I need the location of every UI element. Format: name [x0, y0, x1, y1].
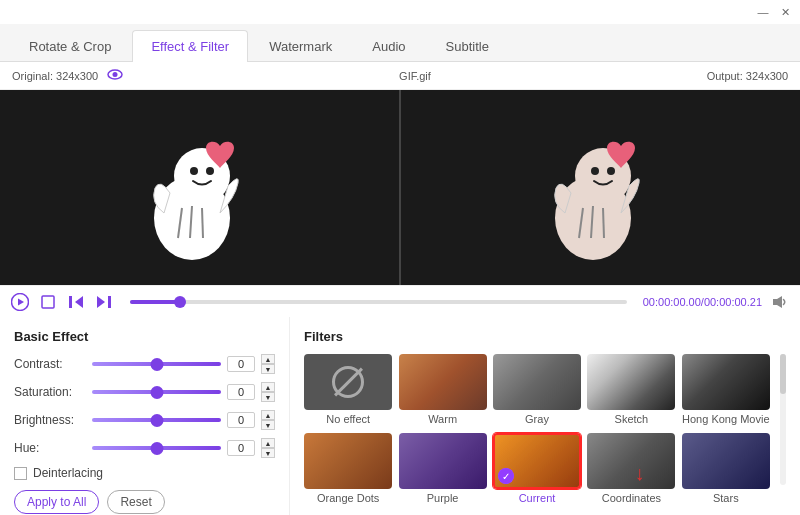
svg-point-1 — [113, 72, 118, 77]
hue-down[interactable]: ▼ — [261, 448, 275, 458]
tab-audio[interactable]: Audio — [353, 30, 424, 62]
filter-label-coordinates: Coordinates — [602, 492, 661, 504]
svg-marker-23 — [773, 296, 782, 308]
contrast-spinner[interactable]: ▲ ▼ — [261, 354, 275, 374]
filter-sketch[interactable]: Sketch — [587, 354, 675, 425]
brightness-row: Brightness: ▲ ▼ — [14, 410, 275, 430]
brightness-spinner[interactable]: ▲ ▼ — [261, 410, 275, 430]
hue-label: Hue: — [14, 441, 86, 455]
tab-effect-filter[interactable]: Effect & Filter — [132, 30, 248, 62]
tab-subtitle[interactable]: Subtitle — [427, 30, 508, 62]
stop-button[interactable] — [38, 292, 58, 312]
hue-spinner[interactable]: ▲ ▼ — [261, 438, 275, 458]
svg-point-12 — [607, 167, 615, 175]
saturation-spinner[interactable]: ▲ ▼ — [261, 382, 275, 402]
action-buttons: Apply to All Reset — [14, 490, 275, 514]
filter-purple[interactable]: Purple — [398, 433, 486, 504]
reset-button[interactable]: Reset — [107, 490, 164, 514]
filter-gray[interactable]: Gray — [493, 354, 581, 425]
filters-content: No effect Warm Gray Sketch — [304, 354, 770, 485]
info-bar: Original: 324x300 GIF.gif Output: 324x30… — [0, 62, 800, 90]
prev-button[interactable] — [66, 292, 86, 312]
progress-dot[interactable] — [174, 296, 186, 308]
filters-title: Filters — [304, 329, 786, 344]
filter-label-no-effect: No effect — [326, 413, 370, 425]
contrast-slider[interactable] — [92, 356, 221, 372]
eye-icon[interactable] — [107, 69, 123, 80]
contrast-label: Contrast: — [14, 357, 86, 371]
hue-slider[interactable] — [92, 440, 221, 456]
filter-thumb-hk-movie — [682, 354, 770, 410]
contrast-value[interactable] — [227, 356, 255, 372]
filter-label-warm: Warm — [428, 413, 457, 425]
next-button[interactable] — [94, 292, 114, 312]
progress-bar[interactable] — [130, 300, 627, 304]
svg-marker-21 — [97, 296, 105, 308]
saturation-up[interactable]: ▲ — [261, 382, 275, 392]
brightness-label: Brightness: — [14, 413, 86, 427]
minimize-button[interactable]: — — [756, 5, 770, 19]
arrow-indicator: ↓ — [500, 462, 780, 485]
bottom-area: Basic Effect Contrast: ▲ ▼ Saturation: — [0, 317, 800, 515]
filter-thumb-sketch — [587, 354, 675, 410]
right-panel: Filters No effect Warm — [290, 317, 800, 515]
brightness-up[interactable]: ▲ — [261, 410, 275, 420]
filter-scroll-thumb[interactable] — [780, 354, 786, 394]
filter-thumb-no-effect — [304, 354, 392, 410]
play-button[interactable] — [10, 292, 30, 312]
contrast-down[interactable]: ▼ — [261, 364, 275, 374]
hue-up[interactable]: ▲ — [261, 438, 275, 448]
hue-value[interactable] — [227, 440, 255, 456]
filter-hk-movie[interactable]: Hong Kong Movie — [682, 354, 770, 425]
title-bar: — ✕ — [0, 0, 800, 24]
deinterlace-label: Deinterlacing — [33, 466, 103, 480]
svg-rect-22 — [108, 296, 111, 308]
deinterlace-checkbox[interactable] — [14, 467, 27, 480]
filter-label-purple: Purple — [427, 492, 459, 504]
saturation-label: Saturation: — [14, 385, 86, 399]
brightness-slider[interactable] — [92, 412, 221, 428]
original-size: Original: 324x300 — [12, 69, 123, 82]
saturation-slider[interactable] — [92, 384, 221, 400]
brightness-down[interactable]: ▼ — [261, 420, 275, 430]
filters-scroll: No effect Warm Gray Sketch — [304, 354, 786, 485]
filter-thumb-orange-dots — [304, 433, 392, 489]
filter-warm[interactable]: Warm — [398, 354, 486, 425]
filter-scrollbar[interactable] — [780, 354, 786, 485]
close-button[interactable]: ✕ — [778, 5, 792, 19]
filename: GIF.gif — [399, 70, 431, 82]
contrast-row: Contrast: ▲ ▼ — [14, 354, 275, 374]
filter-label-gray: Gray — [525, 413, 549, 425]
svg-point-5 — [206, 167, 214, 175]
filter-label-orange-dots: Orange Dots — [317, 492, 379, 504]
filter-label-stars: Stars — [713, 492, 739, 504]
controls-bar: 00:00:00.00/00:00:00.21 — [0, 285, 800, 317]
brightness-value[interactable] — [227, 412, 255, 428]
filter-orange-dots[interactable]: Orange Dots — [304, 433, 392, 504]
filter-thumb-warm — [399, 354, 487, 410]
saturation-value[interactable] — [227, 384, 255, 400]
filter-label-hk-movie: Hong Kong Movie — [682, 413, 769, 425]
progress-fill — [130, 300, 180, 304]
preview-right — [401, 90, 800, 285]
filter-thumb-gray — [493, 354, 581, 410]
output-size: Output: 324x300 — [707, 70, 788, 82]
preview-area — [0, 90, 800, 285]
tab-bar: Rotate & Crop Effect & Filter Watermark … — [0, 24, 800, 62]
svg-line-8 — [202, 208, 203, 238]
preview-left — [0, 90, 399, 285]
svg-marker-17 — [18, 298, 24, 305]
filter-label-current: Current — [519, 492, 556, 504]
svg-rect-20 — [69, 296, 72, 308]
contrast-up[interactable]: ▲ — [261, 354, 275, 364]
tab-watermark[interactable]: Watermark — [250, 30, 351, 62]
apply-to-all-button[interactable]: Apply to All — [14, 490, 99, 514]
filter-label-sketch: Sketch — [615, 413, 649, 425]
svg-line-15 — [603, 208, 604, 238]
left-panel: Basic Effect Contrast: ▲ ▼ Saturation: — [0, 317, 290, 515]
basic-effect-title: Basic Effect — [14, 329, 275, 344]
tab-rotate-crop[interactable]: Rotate & Crop — [10, 30, 130, 62]
volume-button[interactable] — [770, 292, 790, 312]
saturation-down[interactable]: ▼ — [261, 392, 275, 402]
filter-no-effect[interactable]: No effect — [304, 354, 392, 425]
